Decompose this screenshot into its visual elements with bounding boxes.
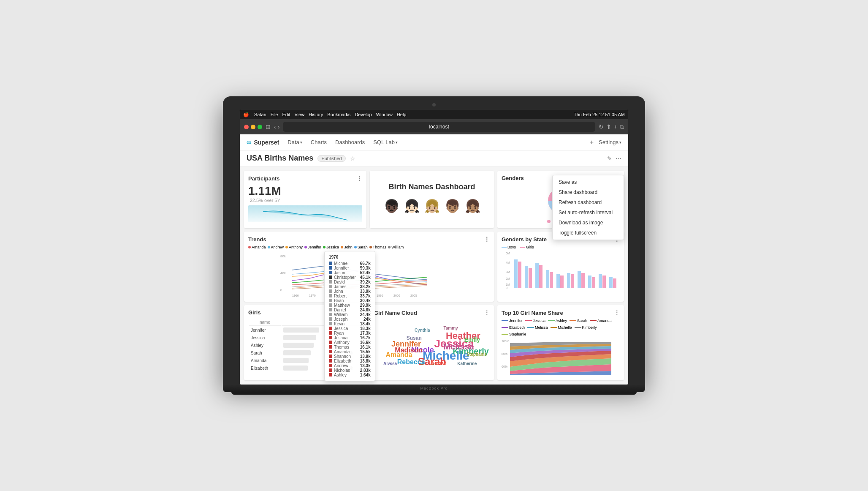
svg-text:5M: 5M (506, 252, 510, 255)
tabs-icon[interactable]: ⧉ (620, 123, 624, 131)
tooltip-name: Nicholas (329, 368, 350, 373)
wordcloud-more-icon[interactable]: ⋮ (484, 309, 490, 316)
trends-more-icon[interactable]: ⋮ (484, 236, 490, 243)
nav-dashboards[interactable]: Dashboards (335, 139, 365, 145)
svg-text:1966: 1966 (292, 294, 299, 297)
word-cloud-word[interactable]: Stephanie (467, 352, 487, 357)
share-icon[interactable]: ⬆ (606, 123, 611, 131)
context-download[interactable]: Download as image (553, 218, 624, 228)
mac-right-items: Thu Feb 25 12:51:05 AM (574, 112, 625, 117)
word-cloud-word[interactable]: Tammy (443, 326, 458, 330)
more-options-icon[interactable]: ⋯ (616, 155, 621, 162)
tooltip-val: 17.3k (360, 331, 371, 336)
screen: 🍎 Safari File Edit View History Bookmark… (240, 110, 628, 385)
plus-icon[interactable]: + (590, 139, 594, 146)
browser-chrome: ⊞ ‹ › localhost ↻ ⬆ + ⧉ (240, 119, 628, 134)
tooltip-row: Andrew13.3k (329, 363, 371, 368)
menu-window[interactable]: Window (376, 112, 393, 117)
nav-charts[interactable]: Charts (311, 139, 327, 145)
svg-text:2005: 2005 (410, 294, 417, 297)
word-cloud-word[interactable]: Katherine (457, 361, 477, 365)
favorite-star-icon[interactable]: ☆ (350, 155, 355, 162)
nav-buttons: ‹ › (274, 123, 279, 130)
top10-more-icon[interactable]: ⋮ (614, 309, 620, 316)
word-cloud-word[interactable]: Alyssa (383, 361, 397, 365)
legend-item: Elizabeth (502, 325, 525, 330)
top10-chart: 100% 80% 60% (502, 338, 620, 376)
svg-rect-36 (609, 277, 613, 288)
participants-card: Participants ⋮ 1.11M -22.5% over 5Y (244, 171, 366, 228)
menu-help[interactable]: Help (397, 112, 407, 117)
word-cloud-word[interactable]: Melissa (443, 342, 474, 352)
maximize-button[interactable] (258, 125, 262, 129)
context-fullscreen[interactable]: Toggle fullscreen (553, 228, 624, 238)
girls-title: Girls (248, 309, 261, 316)
tooltip-name: Jessica (329, 326, 348, 331)
menu-bookmarks[interactable]: Bookmarks (327, 112, 350, 117)
row-name: Jessica (249, 334, 281, 341)
context-share[interactable]: Share dashboard (553, 187, 624, 197)
word-cloud-word[interactable]: Cynthia (415, 328, 430, 333)
tooltip-val: 30.4k (360, 298, 371, 303)
participants-more-icon[interactable]: ⋮ (356, 175, 362, 182)
tooltip-row: William24.4k (329, 312, 371, 317)
legend-item: Amanda (590, 319, 612, 323)
settings-button[interactable]: Settings ▾ (599, 139, 621, 145)
word-cloud-word[interactable]: Angela (420, 363, 437, 366)
sidebar-toggle-icon[interactable]: ⊞ (266, 123, 271, 130)
close-button[interactable] (244, 125, 249, 129)
birth-names-title: Birth Names Dashboard (388, 183, 475, 191)
tooltip-row: Christopher45.1k (329, 275, 371, 280)
tooltip-name: Ashley (329, 373, 347, 377)
word-cloud-word[interactable]: Susan (407, 335, 422, 341)
svg-text:0: 0 (280, 288, 282, 292)
nav-sqllab-label: SQL Lab (373, 139, 395, 145)
tooltip-row: Joseph24k (329, 317, 371, 322)
reload-icon[interactable]: ↻ (599, 123, 604, 131)
context-refresh[interactable]: Refresh dashboard (553, 197, 624, 207)
tooltip-name: Elizabeth (329, 359, 351, 363)
menu-develop[interactable]: Develop (355, 112, 372, 117)
browser-actions: ↻ ⬆ + ⧉ (599, 123, 624, 131)
svg-text:3M: 3M (506, 270, 510, 273)
row-name: Jennifer (249, 327, 281, 333)
svg-text:2M: 2M (506, 277, 510, 280)
participants-change: -22.5% over 5Y (248, 198, 362, 203)
svg-text:1970: 1970 (309, 294, 316, 297)
context-save-as[interactable]: Save as (553, 177, 624, 187)
minimize-button[interactable] (251, 125, 255, 129)
back-button[interactable]: ‹ (274, 123, 276, 130)
participants-sparkline (248, 205, 362, 222)
menu-history[interactable]: History (309, 112, 323, 117)
svg-text:80k: 80k (280, 254, 286, 258)
dashboard-header: USA Births Names Published ☆ ✎ ⋯ (240, 150, 628, 166)
tooltip-name: Daniel (329, 308, 346, 312)
tooltip-val: 33.9k (360, 289, 371, 294)
nav-sqllab[interactable]: SQL Lab ▾ (373, 139, 398, 145)
laptop-wrapper: 🍎 Safari File Edit View History Bookmark… (223, 96, 645, 395)
new-tab-icon[interactable]: + (614, 123, 617, 131)
tooltip-name: Jennifer (329, 266, 349, 270)
tooltip-row: Daniel24.6k (329, 308, 371, 312)
menu-file[interactable]: File (271, 112, 278, 117)
tooltip-name: Joseph (329, 317, 347, 322)
svg-rect-37 (613, 278, 616, 288)
tooltip-val: 59.3k (360, 266, 371, 270)
url-bar[interactable]: localhost (283, 122, 595, 132)
word-cloud-word[interactable]: Madison (395, 346, 422, 354)
svg-text:0: 0 (506, 286, 507, 289)
row-name: Amanda (249, 357, 281, 364)
context-auto-refresh[interactable]: Set auto-refresh interval (553, 207, 624, 218)
tooltip-row: Ashley1.64k (329, 373, 371, 377)
menu-safari[interactable]: Safari (254, 112, 266, 117)
avatar-2: 👧🏻 (403, 196, 420, 217)
edit-icon[interactable]: ✎ (607, 155, 612, 162)
nav-data[interactable]: Data ▾ (288, 139, 302, 145)
menu-edit[interactable]: Edit (282, 112, 290, 117)
svg-rect-19 (518, 262, 521, 288)
tooltip-name: John (329, 289, 343, 294)
menu-view[interactable]: View (294, 112, 304, 117)
top10-title: Top 10 Girl Name Share (502, 310, 563, 316)
nav-data-label: Data (288, 139, 299, 145)
forward-button[interactable]: › (278, 123, 280, 130)
